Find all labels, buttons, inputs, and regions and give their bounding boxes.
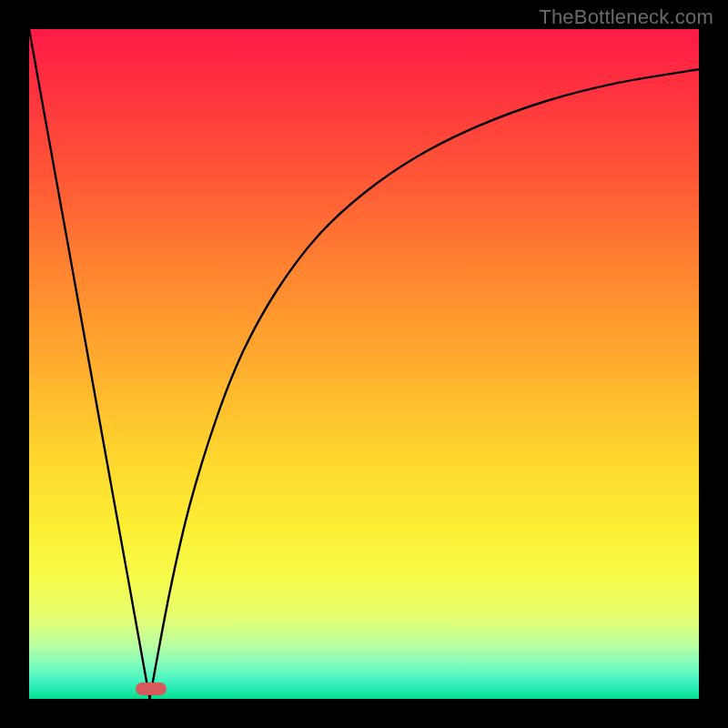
optimum-marker (136, 682, 167, 695)
bottleneck-curve-path (29, 29, 699, 699)
chart-frame: TheBottleneck.com (0, 0, 728, 728)
plot-area (29, 29, 699, 699)
bottleneck-curve (29, 29, 699, 699)
watermark-text: TheBottleneck.com (539, 5, 713, 29)
